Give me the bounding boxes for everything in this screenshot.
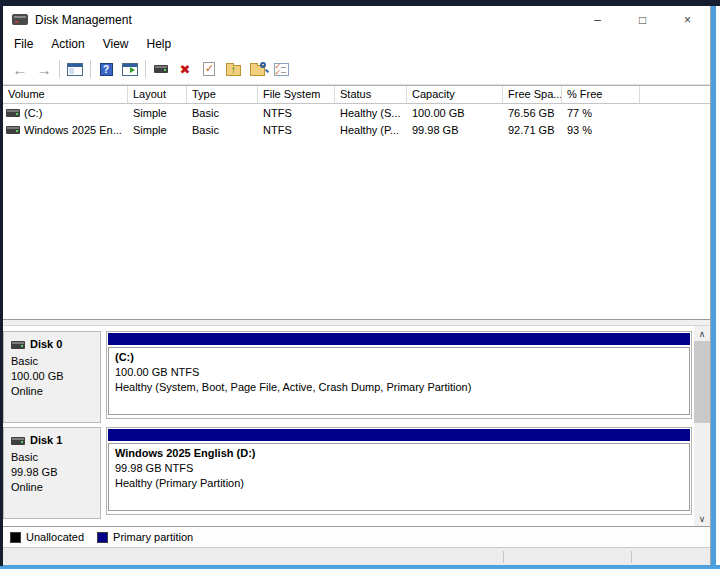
toolbar-separator — [59, 60, 60, 78]
legend-unallocated: Unallocated — [10, 531, 84, 543]
partition-details: Windows 2025 English (D:) 99.98 GB NTFS … — [108, 443, 690, 511]
disk-1-label[interactable]: Disk 1 Basic 99.98 GB Online — [3, 427, 101, 519]
delete-volume-button[interactable]: ✖ — [173, 57, 197, 81]
disk-type: Basic — [11, 354, 100, 369]
scroll-up-icon[interactable]: ∧ — [694, 326, 710, 341]
header-type[interactable]: Type — [187, 86, 258, 103]
disk-0-label[interactable]: Disk 0 Basic 100.00 GB Online — [3, 331, 101, 423]
volume-status: Healthy (S... — [335, 107, 407, 119]
disk-1-row: Disk 1 Basic 99.98 GB Online Windows 202… — [3, 427, 710, 519]
legend-bar: Unallocated Primary partition — [3, 526, 710, 548]
disk-status: Online — [11, 480, 100, 495]
header-volume[interactable]: Volume — [3, 86, 128, 103]
action-pane-icon — [122, 63, 138, 76]
legend-label: Unallocated — [26, 531, 84, 543]
help-button[interactable]: ? — [94, 57, 118, 81]
header-filler — [640, 86, 710, 103]
open-button[interactable]: ↑ — [221, 57, 245, 81]
menu-file[interactable]: File — [5, 35, 42, 53]
title-bar: Disk Management – □ × — [3, 6, 710, 33]
close-button[interactable]: × — [665, 6, 710, 33]
partition-health: Healthy (Primary Partition) — [115, 476, 683, 491]
volume-free-space: 76.56 GB — [503, 107, 562, 119]
minimize-button[interactable]: – — [575, 6, 620, 33]
menu-view[interactable]: View — [94, 35, 138, 53]
properties-button[interactable]: ✓✓ — [269, 57, 293, 81]
volume-row-windows-2025[interactable]: Windows 2025 En... Simple Basic NTFS Hea… — [3, 121, 710, 138]
volume-list-header: Volume Layout Type File System Status Ca… — [3, 86, 710, 104]
toolbar-separator — [90, 60, 91, 78]
volume-file-system: NTFS — [258, 124, 335, 136]
header-pct-free[interactable]: % Free — [562, 86, 640, 103]
disk-size: 100.00 GB — [11, 369, 100, 384]
volume-name: Windows 2025 En... — [24, 124, 122, 136]
volume-type: Basic — [187, 124, 258, 136]
explore-folder-icon — [250, 65, 265, 76]
scrollbar-thumb[interactable] — [694, 341, 710, 423]
delete-icon: ✖ — [180, 62, 191, 77]
status-bar-separator — [503, 551, 504, 563]
header-free-space[interactable]: Free Spa... — [503, 86, 562, 103]
status-bar-separator — [631, 551, 632, 563]
volume-icon — [6, 126, 20, 134]
explore-button[interactable] — [245, 57, 269, 81]
window-controls: – □ × — [575, 6, 710, 33]
legend-primary-partition: Primary partition — [97, 531, 193, 543]
forward-button[interactable]: → — [32, 57, 56, 81]
volume-list-pane: Volume Layout Type File System Status Ca… — [3, 85, 710, 319]
disk-icon — [11, 341, 25, 349]
legend-label: Primary partition — [113, 531, 193, 543]
header-status[interactable]: Status — [335, 86, 407, 103]
partition-title: Windows 2025 English (D:) — [115, 446, 683, 461]
header-file-system[interactable]: File System — [258, 86, 335, 103]
header-layout[interactable]: Layout — [128, 86, 187, 103]
partition-size-fs: 100.00 GB NTFS — [115, 365, 683, 380]
back-icon: ← — [13, 61, 28, 78]
partition-details: (C:) 100.00 GB NTFS Healthy (System, Boo… — [108, 347, 690, 415]
open-folder-icon: ↑ — [226, 65, 241, 76]
disk-0-row: Disk 0 Basic 100.00 GB Online (C:) 100.0… — [3, 331, 710, 423]
volume-file-system: NTFS — [258, 107, 335, 119]
partition-color-bar — [108, 333, 690, 345]
disk-name: Disk 0 — [30, 337, 62, 352]
volume-status: Healthy (P... — [335, 124, 407, 136]
disk-type: Basic — [11, 450, 100, 465]
checked-document-icon: ✓ — [203, 62, 215, 76]
toolbar: ← → ? ✖ ✓ ↑ ✓✓ — [3, 54, 710, 85]
primary-partition-swatch — [97, 532, 108, 543]
show-console-tree-button[interactable] — [63, 57, 87, 81]
magnifier-icon — [260, 62, 266, 68]
window-title: Disk Management — [35, 13, 132, 27]
pane-splitter[interactable] — [3, 319, 710, 326]
disk-graphical-pane: Disk 0 Basic 100.00 GB Online (C:) 100.0… — [3, 326, 710, 526]
volume-capacity: 100.00 GB — [407, 107, 503, 119]
scroll-down-icon[interactable]: ∨ — [694, 511, 710, 526]
volume-row-c[interactable]: (C:) Simple Basic NTFS Healthy (S... 100… — [3, 104, 710, 121]
volume-pct-free: 77 % — [562, 107, 640, 119]
volume-capacity: 99.98 GB — [407, 124, 503, 136]
partition-color-bar — [108, 429, 690, 441]
window-accent-edge-bottom — [0, 565, 720, 569]
menu-help[interactable]: Help — [138, 35, 181, 53]
show-action-pane-button[interactable] — [118, 57, 142, 81]
vertical-scrollbar[interactable]: ∧ ∨ — [694, 326, 710, 526]
back-button[interactable]: ← — [8, 57, 32, 81]
volume-free-space: 92.71 GB — [503, 124, 562, 136]
disk-1-partition-d[interactable]: Windows 2025 English (D:) 99.98 GB NTFS … — [106, 427, 692, 515]
disk-management-window: Disk Management – □ × File Action View H… — [3, 6, 711, 565]
rescan-disks-button[interactable] — [149, 57, 173, 81]
volume-layout: Simple — [128, 107, 187, 119]
maximize-button[interactable]: □ — [620, 6, 665, 33]
menu-action[interactable]: Action — [42, 35, 93, 53]
mark-active-button[interactable]: ✓ — [197, 57, 221, 81]
header-capacity[interactable]: Capacity — [407, 86, 503, 103]
partition-size-fs: 99.98 GB NTFS — [115, 461, 683, 476]
disk-0-partition-c[interactable]: (C:) 100.00 GB NTFS Healthy (System, Boo… — [106, 331, 692, 419]
volume-name: (C:) — [24, 107, 42, 119]
properties-checklist-icon: ✓✓ — [274, 63, 289, 76]
volume-type: Basic — [187, 107, 258, 119]
window-accent-edge-right — [711, 6, 716, 569]
status-bar — [3, 548, 710, 565]
unallocated-swatch — [10, 532, 21, 543]
menu-bar: File Action View Help — [3, 33, 710, 54]
